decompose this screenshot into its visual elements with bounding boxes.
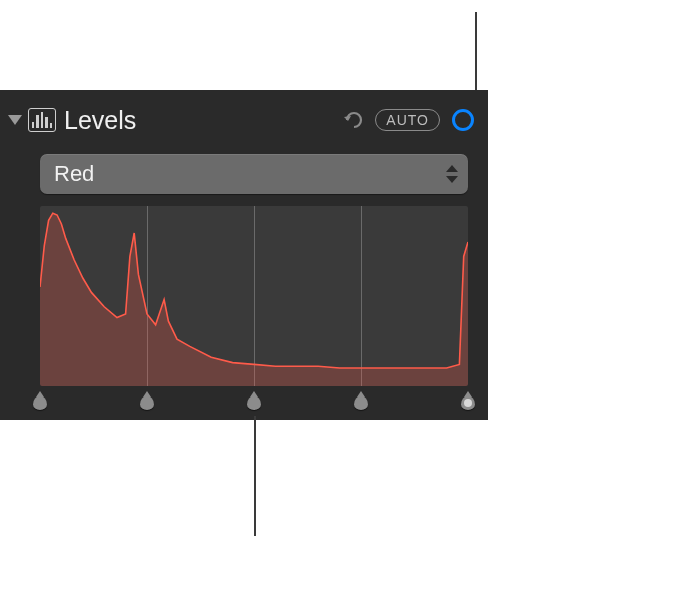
histogram-handle[interactable] (33, 396, 47, 410)
active-indicator-icon[interactable] (452, 109, 474, 131)
histogram-handle[interactable] (461, 396, 475, 410)
histogram-handle[interactable] (140, 396, 154, 410)
panel-header: Levels AUTO (0, 100, 488, 140)
callout-line-bottom (254, 416, 256, 536)
histogram-handle[interactable] (354, 396, 368, 410)
disclosure-triangle-icon[interactable] (8, 115, 22, 125)
undo-arrow-icon (341, 109, 365, 131)
screenshot-canvas: Levels AUTO Red (0, 0, 686, 599)
histogram-handle[interactable] (247, 396, 261, 410)
histogram-handles-track (40, 394, 468, 410)
levels-panel: Levels AUTO Red (0, 90, 488, 420)
panel-title: Levels (64, 106, 341, 135)
levels-icon (28, 108, 56, 132)
histogram-container (40, 206, 468, 394)
popup-chevrons-icon (446, 165, 458, 183)
undo-button[interactable] (341, 109, 365, 131)
channel-popup-button[interactable]: Red (40, 154, 468, 194)
channel-selected-label: Red (54, 161, 94, 187)
histogram (40, 206, 468, 386)
auto-button[interactable]: AUTO (375, 109, 440, 131)
histogram-plot (40, 206, 468, 386)
